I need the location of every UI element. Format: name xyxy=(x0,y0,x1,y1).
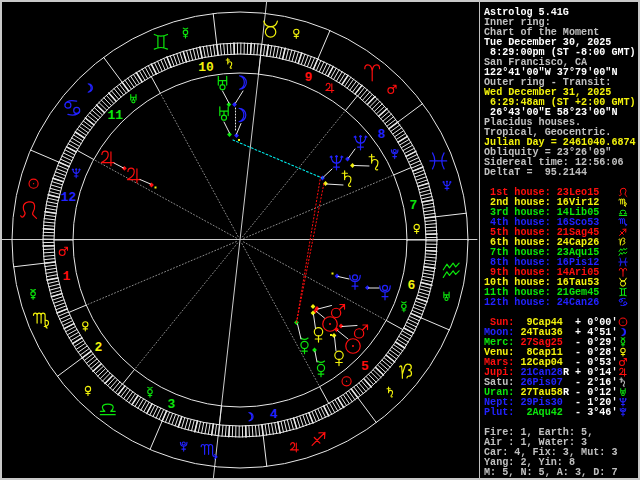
svg-text:8: 8 xyxy=(378,127,386,142)
svg-text:2: 2 xyxy=(94,340,102,355)
svg-text:9: 9 xyxy=(305,70,313,85)
svg-text:12: 12 xyxy=(61,190,77,205)
svg-text:5: 5 xyxy=(361,359,369,374)
svg-text:4: 4 xyxy=(270,407,278,422)
svg-text:10: 10 xyxy=(198,60,214,75)
svg-text:6: 6 xyxy=(407,278,415,293)
svg-text:3: 3 xyxy=(168,397,176,412)
svg-text:7: 7 xyxy=(410,198,418,213)
svg-text:1: 1 xyxy=(63,269,71,284)
svg-text:11: 11 xyxy=(107,108,123,123)
